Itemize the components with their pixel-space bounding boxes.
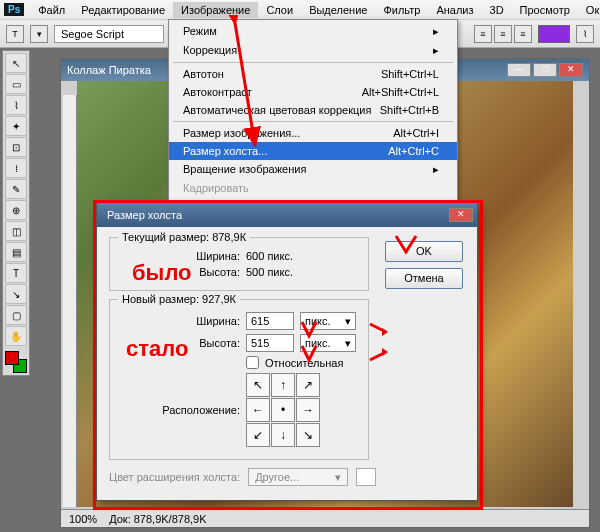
extension-color-label: Цвет расширения холста:: [109, 471, 240, 483]
dialog-close-icon[interactable]: ✕: [449, 208, 473, 222]
cur-height-label: Высота:: [120, 266, 240, 278]
new-height-input[interactable]: [246, 334, 294, 352]
align-group: ≡ ≡ ≡: [474, 25, 532, 43]
wand-tool-icon[interactable]: ✦: [5, 116, 27, 136]
menu-analysis[interactable]: Анализ: [428, 2, 481, 18]
align-center-icon[interactable]: ≡: [494, 25, 512, 43]
canvas-size-dialog: Размер холста ✕ Текущий размер: 878,9К Ш…: [96, 202, 478, 501]
anchor-ne[interactable]: ↗: [296, 373, 320, 397]
chevron-down-icon: ▾: [335, 471, 341, 484]
width-unit-select[interactable]: пикс.▾: [300, 312, 356, 330]
eraser-tool-icon[interactable]: ◫: [5, 221, 27, 241]
height-unit-select[interactable]: пикс.▾: [300, 334, 356, 352]
doc-title: Коллаж Пиратка: [67, 64, 151, 76]
align-right-icon[interactable]: ≡: [514, 25, 532, 43]
current-size-section: Текущий размер: 878,9К Ширина:600 пикс. …: [109, 237, 369, 291]
extension-color-select[interactable]: Другое...▾: [248, 468, 348, 486]
shape-tool-icon[interactable]: ▢: [5, 305, 27, 325]
menu-image[interactable]: Изображение: [173, 2, 258, 18]
new-height-label: Высота:: [120, 337, 240, 349]
extension-color-swatch[interactable]: [356, 468, 376, 486]
cur-width-label: Ширина:: [120, 250, 240, 262]
menu-window[interactable]: Окно: [578, 2, 600, 18]
font-family-select[interactable]: Segoe Script: [54, 25, 164, 43]
new-width-input[interactable]: [246, 312, 294, 330]
anchor-grid[interactable]: ↖↑↗ ←•→ ↙↓↘: [246, 373, 320, 447]
anchor-s[interactable]: ↓: [271, 423, 295, 447]
menu-layers[interactable]: Слои: [258, 2, 301, 18]
menu-autocolor[interactable]: Автоматическая цветовая коррекцияShift+C…: [169, 101, 457, 119]
anchor-n[interactable]: ↑: [271, 373, 295, 397]
ruler-vertical: [63, 95, 77, 507]
menu-mode[interactable]: Режим: [169, 22, 457, 41]
anchor-nw[interactable]: ↖: [246, 373, 270, 397]
menu-adjustments[interactable]: Коррекция: [169, 41, 457, 60]
crop-tool-icon[interactable]: ⊡: [5, 137, 27, 157]
statusbar: 100% Док: 878,9K/878,9K: [61, 509, 589, 527]
menu-file[interactable]: Файл: [30, 2, 73, 18]
menubar: Ps Файл Редактирование Изображение Слои …: [0, 0, 600, 20]
menu-edit[interactable]: Редактирование: [73, 2, 173, 18]
minimize-icon[interactable]: —: [507, 63, 531, 77]
anchor-w[interactable]: ←: [246, 398, 270, 422]
menu-autotone[interactable]: АвтотонShift+Ctrl+L: [169, 65, 457, 83]
ok-button[interactable]: OK: [385, 241, 463, 262]
fg-bg-colors[interactable]: [5, 351, 27, 373]
dialog-title: Размер холста: [107, 209, 182, 221]
move-tool-icon[interactable]: ↖: [5, 53, 27, 73]
new-size-section: Новый размер: 927,9К Ширина: пикс.▾ Высо…: [109, 299, 369, 460]
dialog-titlebar[interactable]: Размер холста ✕: [97, 203, 477, 227]
image-menu-dropdown: Режим Коррекция АвтотонShift+Ctrl+L Авто…: [168, 19, 458, 218]
menu-select[interactable]: Выделение: [301, 2, 375, 18]
menu-3d[interactable]: 3D: [482, 2, 512, 18]
anchor-c[interactable]: •: [271, 398, 295, 422]
status-zoom: 100%: [69, 513, 97, 525]
relative-checkbox[interactable]: [246, 356, 259, 369]
app-logo: Ps: [4, 3, 24, 16]
stamp-tool-icon[interactable]: ⊕: [5, 200, 27, 220]
cur-width-value: 600 пикс.: [246, 250, 293, 262]
chevron-down-icon: ▾: [345, 337, 351, 350]
cur-height-value: 500 пикс.: [246, 266, 293, 278]
lasso-tool-icon[interactable]: ⌇: [5, 95, 27, 115]
warp-icon[interactable]: ⌇: [576, 25, 594, 43]
menu-autocontrast[interactable]: АвтоконтрастAlt+Shift+Ctrl+L: [169, 83, 457, 101]
menu-view[interactable]: Просмотр: [512, 2, 578, 18]
chevron-down-icon: ▾: [345, 315, 351, 328]
text-tool-icon[interactable]: T: [5, 263, 27, 283]
menu-filter[interactable]: Фильтр: [375, 2, 428, 18]
status-doc: Док: 878,9K/878,9K: [109, 513, 206, 525]
menu-canvas-size[interactable]: Размер холста...Alt+Ctrl+C: [169, 142, 457, 160]
menu-separator: [173, 62, 453, 63]
preset-dropdown-icon[interactable]: ▾: [30, 25, 48, 43]
menu-image-size[interactable]: Размер изображения...Alt+Ctrl+I: [169, 124, 457, 142]
align-left-icon[interactable]: ≡: [474, 25, 492, 43]
anchor-sw[interactable]: ↙: [246, 423, 270, 447]
gradient-tool-icon[interactable]: ▤: [5, 242, 27, 262]
anchor-e[interactable]: →: [296, 398, 320, 422]
hand-tool-icon[interactable]: ✋: [5, 326, 27, 346]
maximize-icon[interactable]: □: [533, 63, 557, 77]
toolbox: ↖ ▭ ⌇ ✦ ⊡ ⁞ ✎ ⊕ ◫ ▤ T ↘ ▢ ✋: [2, 50, 30, 376]
menu-separator: [173, 121, 453, 122]
tool-preset-icon[interactable]: T: [6, 25, 24, 43]
new-width-label: Ширина:: [120, 315, 240, 327]
menu-rotate[interactable]: Вращение изображения: [169, 160, 457, 179]
marquee-tool-icon[interactable]: ▭: [5, 74, 27, 94]
text-color-swatch[interactable]: [538, 25, 570, 43]
cancel-button[interactable]: Отмена: [385, 268, 463, 289]
relative-label: Относительная: [265, 357, 343, 369]
brush-tool-icon[interactable]: ✎: [5, 179, 27, 199]
anchor-se[interactable]: ↘: [296, 423, 320, 447]
anchor-label: Расположение:: [120, 404, 240, 416]
menu-crop: Кадрировать: [169, 179, 457, 197]
close-icon[interactable]: ✕: [559, 63, 583, 77]
eyedropper-tool-icon[interactable]: ⁞: [5, 158, 27, 178]
path-tool-icon[interactable]: ↘: [5, 284, 27, 304]
